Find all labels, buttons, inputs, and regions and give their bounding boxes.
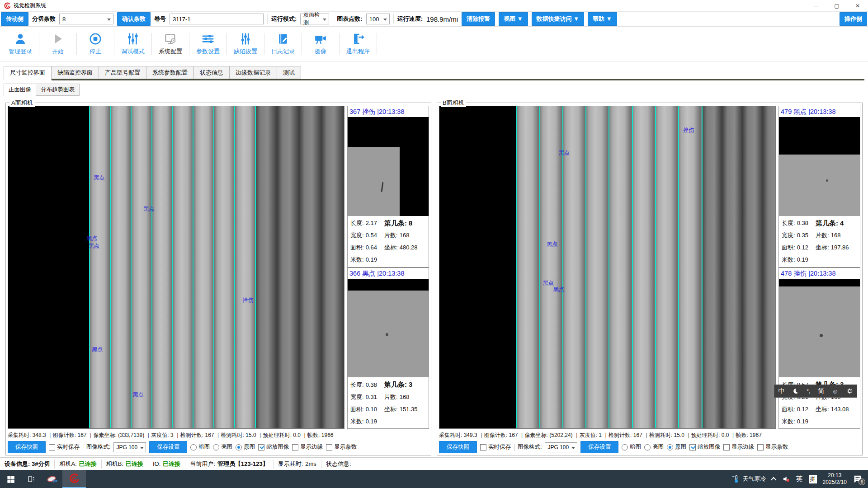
save-snapshot-button[interactable]: 保存快照 (8, 441, 46, 453)
realtime-save-checkbox[interactable]: 实时保存 (480, 443, 511, 451)
speaker-muted-icon[interactable] (782, 475, 790, 483)
drive-side-button[interactable]: 传动侧 (1, 12, 28, 26)
dark-image-radio[interactable]: 暗图 (190, 443, 210, 451)
defect-label: 黑点 (547, 240, 557, 248)
strip-line (255, 106, 256, 428)
camera-b-status: 已连接 (126, 460, 143, 468)
run-mode-value: 双面检测 (303, 11, 320, 27)
close-button[interactable]: ✕ (847, 0, 868, 11)
stop-button[interactable]: 停止 (77, 29, 114, 58)
bright-image-radio[interactable]: 亮图 (644, 443, 664, 451)
show-strips-checkbox[interactable]: 显示条数 (757, 443, 788, 451)
manage-login-button[interactable]: 管理登录 (2, 29, 39, 58)
emoji-icon[interactable]: ☺ (832, 388, 838, 395)
vision-app-taskbar-button[interactable] (62, 470, 86, 488)
monitor-gear-icon (164, 32, 177, 46)
parameter-settings-button[interactable]: 参数设置 (189, 29, 226, 58)
operator-side-button[interactable]: 操作侧 (840, 12, 867, 26)
log-record-button[interactable]: 日志记录 (264, 29, 302, 58)
hidden-icons-chevron[interactable] (770, 477, 776, 483)
divider (333, 14, 333, 24)
clear-alarm-button[interactable]: 清除报警 (462, 12, 495, 26)
tab-status-info[interactable]: 状态信息 (194, 66, 230, 79)
defect-card[interactable]: 367 挫伤 |20:13:38 长度:2.17 第几条:8 宽度:0.54 (348, 106, 429, 267)
ime-simplified-toggle[interactable]: 简 (818, 387, 824, 395)
chevron-down-icon (571, 447, 575, 449)
panel-b-title: B面相机 (441, 99, 466, 107)
tab-size-monitor[interactable]: 尺寸监控界面 (4, 66, 52, 80)
start-menu-button[interactable] (0, 470, 21, 488)
ime-punctuation-toggle[interactable]: °, (807, 388, 810, 394)
tab-system-param-config[interactable]: 系统参数配置 (146, 66, 194, 79)
sliders-horizontal-icon (201, 32, 215, 46)
defect-snapshot (779, 279, 860, 378)
minimize-button[interactable]: ─ (806, 0, 826, 11)
chart-points-select[interactable]: 100 (366, 14, 390, 24)
state-info-label: 状态信息: (326, 460, 351, 468)
video-capture-button[interactable]: 摄像 (302, 29, 339, 58)
app-status-bar: 设备信息: 3#分切 相机A:已连接 相机B:已连接 IO:已连接 当前用户:管… (0, 457, 868, 470)
defect-card[interactable]: 479 黑点 |20:13:38 长度:0.38 第几条:4 宽度:0.35 片… (779, 106, 860, 267)
show-edges-checkbox[interactable]: 显示边缘 (723, 443, 754, 451)
roll-number-label: 卷号 (154, 15, 166, 23)
data-quick-access-menu-button[interactable]: 数据快捷访问 ▼ (532, 12, 584, 26)
notification-badge: 6 (859, 479, 865, 485)
confirm-count-button[interactable]: 确认条数 (117, 12, 151, 26)
view-menu-button[interactable]: 视图 ▼ (499, 12, 528, 26)
split-count-select[interactable]: 8 (59, 14, 113, 24)
camera-panel-b: B面相机 挫伤黑点黑点黑点黑点 (437, 103, 863, 455)
language-indicator[interactable]: 英 (796, 475, 803, 483)
maximize-button[interactable]: ▢ (826, 0, 847, 11)
task-view-button[interactable] (21, 470, 42, 488)
original-image-radio[interactable]: 原图 (667, 443, 686, 451)
bright-image-radio[interactable]: 亮图 (213, 443, 232, 451)
defect-stats: 长度:0.38 第几条:3 宽度:0.31 片数:168 面积:0.10 坐标:… (348, 377, 429, 428)
sub-tab-strip: 正面图像 分布趋势图表 (4, 84, 864, 96)
save-settings-button[interactable]: 保存设置 (149, 441, 187, 453)
defect-snapshot (348, 279, 429, 378)
snipping-tool-button[interactable]: ✂ (42, 470, 62, 488)
realtime-save-checkbox[interactable]: 实时保存 (49, 443, 80, 451)
original-image-radio[interactable]: 原图 (236, 443, 255, 451)
clock[interactable]: 20:13 2025/2/10 (823, 472, 847, 486)
camera-a-image[interactable]: 黑点黑点黑点黑点挫伤黑点黑点 (8, 106, 344, 429)
tab-test[interactable]: 测试 (277, 66, 301, 79)
defect-card[interactable]: 366 黑点 |20:13:38 长度:0.38 第几条:3 宽度:0.31 片… (348, 267, 429, 429)
image-format-select[interactable]: JPG 100 (113, 442, 146, 452)
strip-line (131, 106, 132, 428)
ime-mode-chinese[interactable]: 中 (778, 387, 784, 395)
tab-product-model-config[interactable]: 产品型号配置 (99, 66, 146, 79)
ime-pinyin-indicator[interactable]: 拼 (809, 475, 817, 483)
notification-center-button[interactable]: 6 (853, 474, 863, 484)
dark-image-radio[interactable]: 暗图 (622, 443, 641, 451)
fullwidth-moon-icon[interactable] (792, 388, 799, 394)
exit-program-button[interactable]: 退出程序 (340, 29, 377, 58)
panel-a-status-line: 采集耗时: 348.3 ｜图像计数: 167 ｜像素坐标: (333,7139)… (6, 430, 431, 440)
taskbar: ✂ 天气寒冷 英 拼 (0, 470, 868, 488)
tab-edge-data-record[interactable]: 边缘数据记录 (230, 66, 277, 79)
save-settings-button[interactable]: 保存设置 (580, 441, 618, 453)
defect-card-header: 366 黑点 |20:13:38 (348, 268, 429, 279)
weather-widget[interactable]: 天气寒冷 (731, 474, 766, 483)
image-format-select[interactable]: JPG 100 (545, 442, 577, 452)
system-config-button[interactable]: 系统配置 (152, 29, 189, 58)
show-strips-checkbox[interactable]: 显示条数 (326, 443, 357, 451)
show-edges-checkbox[interactable]: 显示边缘 (292, 443, 323, 451)
gear-icon[interactable] (846, 388, 853, 394)
roll-number-input[interactable] (170, 14, 264, 24)
zoom-image-checkbox[interactable]: 缩放图像 (258, 443, 289, 451)
camera-b-image[interactable]: 挫伤黑点黑点黑点黑点 (439, 106, 776, 429)
start-button[interactable]: 开始 (39, 29, 76, 58)
save-snapshot-button[interactable]: 保存快照 (439, 441, 477, 453)
defect-settings-button[interactable]: 缺陷设置 (227, 29, 264, 58)
help-menu-button[interactable]: 帮助 ▼ (588, 12, 617, 26)
debug-mode-button[interactable]: 调试模式 (114, 29, 151, 58)
zoom-image-checkbox[interactable]: 缩放图像 (689, 443, 720, 451)
play-icon (51, 32, 65, 46)
run-mode-select[interactable]: 双面检测 (300, 14, 329, 24)
checkbox-icon (292, 444, 298, 450)
subtab-distribution-chart[interactable]: 分布趋势图表 (36, 84, 80, 96)
subtab-front-image[interactable]: 正面图像 (4, 84, 36, 96)
defect-card[interactable]: 478 挫伤 |20:13:38 长度:0.57 第几条:3 宽度:0.21 片… (779, 267, 860, 429)
tab-defect-monitor[interactable]: 缺陷监控界面 (52, 66, 99, 79)
